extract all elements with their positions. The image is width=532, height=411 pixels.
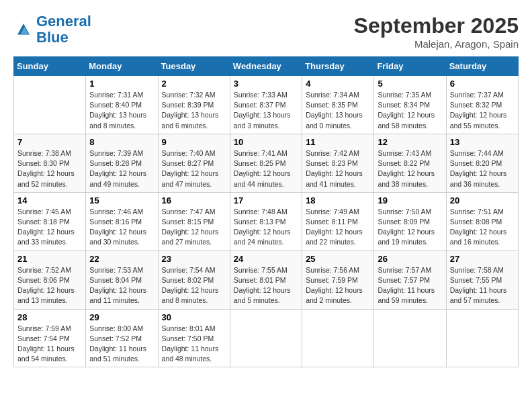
calendar-day-cell: 21Sunrise: 7:52 AMSunset: 8:06 PMDayligh… xyxy=(14,250,86,309)
calendar-week-row: 14Sunrise: 7:45 AMSunset: 8:18 PMDayligh… xyxy=(14,192,519,250)
day-number: 23 xyxy=(162,254,226,264)
calendar-day-cell: 2Sunrise: 7:32 AMSunset: 8:39 PMDaylight… xyxy=(158,76,230,134)
day-info: Sunrise: 7:48 AMSunset: 8:13 PMDaylight:… xyxy=(234,207,298,248)
day-number: 29 xyxy=(89,312,154,322)
day-of-week-header: Monday xyxy=(86,57,158,76)
calendar-day-cell: 1Sunrise: 7:31 AMSunset: 8:40 PMDaylight… xyxy=(86,76,158,134)
calendar-week-row: 7Sunrise: 7:38 AMSunset: 8:30 PMDaylight… xyxy=(14,134,519,192)
calendar-day-cell: 7Sunrise: 7:38 AMSunset: 8:30 PMDaylight… xyxy=(14,134,86,192)
calendar-day-cell: 12Sunrise: 7:43 AMSunset: 8:22 PMDayligh… xyxy=(374,134,446,192)
day-info: Sunrise: 8:01 AMSunset: 7:50 PMDaylight:… xyxy=(162,324,226,365)
calendar-day-cell: 4Sunrise: 7:34 AMSunset: 8:35 PMDaylight… xyxy=(302,76,374,134)
calendar-week-row: 1Sunrise: 7:31 AMSunset: 8:40 PMDaylight… xyxy=(14,76,519,134)
day-info: Sunrise: 7:46 AMSunset: 8:16 PMDaylight:… xyxy=(89,207,154,248)
day-info: Sunrise: 7:32 AMSunset: 8:39 PMDaylight:… xyxy=(162,90,226,131)
logo-text: General Blue xyxy=(36,13,91,46)
day-number: 7 xyxy=(17,137,82,147)
calendar-day-cell: 25Sunrise: 7:56 AMSunset: 7:59 PMDayligh… xyxy=(302,250,374,309)
day-info: Sunrise: 7:35 AMSunset: 8:34 PMDaylight:… xyxy=(378,90,442,131)
calendar-day-cell: 27Sunrise: 7:58 AMSunset: 7:55 PMDayligh… xyxy=(446,250,518,309)
calendar-day-cell xyxy=(302,309,374,367)
day-info: Sunrise: 7:56 AMSunset: 7:59 PMDaylight:… xyxy=(306,265,370,306)
day-info: Sunrise: 7:50 AMSunset: 8:09 PMDaylight:… xyxy=(378,207,442,248)
day-number: 1 xyxy=(89,79,154,89)
day-number: 24 xyxy=(234,254,298,264)
day-of-week-header: Tuesday xyxy=(158,57,230,76)
calendar-day-cell: 26Sunrise: 7:57 AMSunset: 7:57 PMDayligh… xyxy=(374,250,446,309)
day-number: 22 xyxy=(89,254,154,264)
day-number: 12 xyxy=(378,137,442,147)
calendar-day-cell: 10Sunrise: 7:41 AMSunset: 8:25 PMDayligh… xyxy=(230,134,302,192)
day-info: Sunrise: 7:38 AMSunset: 8:30 PMDaylight:… xyxy=(17,148,82,189)
day-number: 28 xyxy=(17,312,82,322)
day-of-week-header: Sunday xyxy=(14,57,86,76)
day-info: Sunrise: 7:43 AMSunset: 8:22 PMDaylight:… xyxy=(378,148,442,189)
calendar-header-row: SundayMondayTuesdayWednesdayThursdayFrid… xyxy=(14,57,519,76)
day-info: Sunrise: 7:41 AMSunset: 8:25 PMDaylight:… xyxy=(234,148,298,189)
day-number: 3 xyxy=(234,79,298,89)
day-number: 8 xyxy=(89,137,154,147)
calendar-day-cell xyxy=(230,309,302,367)
day-info: Sunrise: 7:39 AMSunset: 8:28 PMDaylight:… xyxy=(89,148,154,189)
day-info: Sunrise: 7:45 AMSunset: 8:18 PMDaylight:… xyxy=(17,207,82,248)
day-number: 19 xyxy=(378,195,442,205)
day-number: 13 xyxy=(450,137,515,147)
calendar-day-cell: 8Sunrise: 7:39 AMSunset: 8:28 PMDaylight… xyxy=(86,134,158,192)
calendar-day-cell: 23Sunrise: 7:54 AMSunset: 8:02 PMDayligh… xyxy=(158,250,230,309)
day-info: Sunrise: 7:59 AMSunset: 7:54 PMDaylight:… xyxy=(17,324,82,365)
day-info: Sunrise: 7:51 AMSunset: 8:08 PMDaylight:… xyxy=(450,207,515,248)
day-number: 18 xyxy=(306,195,370,205)
day-of-week-header: Thursday xyxy=(302,57,374,76)
day-info: Sunrise: 7:58 AMSunset: 7:55 PMDaylight:… xyxy=(450,265,515,306)
location-subtitle: Malejan, Aragon, Spain xyxy=(354,38,519,50)
day-info: Sunrise: 7:53 AMSunset: 8:04 PMDaylight:… xyxy=(89,265,154,306)
day-of-week-header: Friday xyxy=(374,57,446,76)
day-number: 21 xyxy=(17,254,82,264)
calendar-day-cell: 6Sunrise: 7:37 AMSunset: 8:32 PMDaylight… xyxy=(446,76,518,134)
calendar-title-block: September 2025 Malejan, Aragon, Spain xyxy=(354,13,519,50)
day-info: Sunrise: 7:44 AMSunset: 8:20 PMDaylight:… xyxy=(450,148,515,189)
calendar-day-cell: 14Sunrise: 7:45 AMSunset: 8:18 PMDayligh… xyxy=(14,192,86,250)
day-info: Sunrise: 7:34 AMSunset: 8:35 PMDaylight:… xyxy=(306,90,370,131)
calendar-day-cell: 15Sunrise: 7:46 AMSunset: 8:16 PMDayligh… xyxy=(86,192,158,250)
day-info: Sunrise: 7:42 AMSunset: 8:23 PMDaylight:… xyxy=(306,148,370,189)
day-number: 26 xyxy=(378,254,442,264)
day-info: Sunrise: 7:31 AMSunset: 8:40 PMDaylight:… xyxy=(89,90,154,131)
logo: General Blue xyxy=(13,13,91,46)
day-number: 5 xyxy=(378,79,442,89)
calendar-day-cell: 18Sunrise: 7:49 AMSunset: 8:11 PMDayligh… xyxy=(302,192,374,250)
month-title: September 2025 xyxy=(354,13,519,38)
calendar-day-cell: 3Sunrise: 7:33 AMSunset: 8:37 PMDaylight… xyxy=(230,76,302,134)
day-number: 2 xyxy=(162,79,226,89)
day-number: 17 xyxy=(234,195,298,205)
calendar-day-cell: 20Sunrise: 7:51 AMSunset: 8:08 PMDayligh… xyxy=(446,192,518,250)
day-info: Sunrise: 8:00 AMSunset: 7:52 PMDaylight:… xyxy=(89,324,154,365)
day-of-week-header: Saturday xyxy=(446,57,518,76)
calendar-week-row: 28Sunrise: 7:59 AMSunset: 7:54 PMDayligh… xyxy=(14,309,519,367)
day-info: Sunrise: 7:33 AMSunset: 8:37 PMDaylight:… xyxy=(234,90,298,131)
day-info: Sunrise: 7:54 AMSunset: 8:02 PMDaylight:… xyxy=(162,265,226,306)
calendar-day-cell: 22Sunrise: 7:53 AMSunset: 8:04 PMDayligh… xyxy=(86,250,158,309)
day-info: Sunrise: 7:52 AMSunset: 8:06 PMDaylight:… xyxy=(17,265,82,306)
day-info: Sunrise: 7:49 AMSunset: 8:11 PMDaylight:… xyxy=(306,207,370,248)
day-of-week-header: Wednesday xyxy=(230,57,302,76)
day-number: 27 xyxy=(450,254,515,264)
day-info: Sunrise: 7:55 AMSunset: 8:01 PMDaylight:… xyxy=(234,265,298,306)
calendar-day-cell: 5Sunrise: 7:35 AMSunset: 8:34 PMDaylight… xyxy=(374,76,446,134)
day-info: Sunrise: 7:57 AMSunset: 7:57 PMDaylight:… xyxy=(378,265,442,306)
calendar-day-cell: 9Sunrise: 7:40 AMSunset: 8:27 PMDaylight… xyxy=(158,134,230,192)
day-number: 16 xyxy=(162,195,226,205)
calendar-day-cell: 24Sunrise: 7:55 AMSunset: 8:01 PMDayligh… xyxy=(230,250,302,309)
day-number: 9 xyxy=(162,137,226,147)
day-number: 10 xyxy=(234,137,298,147)
calendar-day-cell: 11Sunrise: 7:42 AMSunset: 8:23 PMDayligh… xyxy=(302,134,374,192)
day-number: 15 xyxy=(89,195,154,205)
calendar-day-cell xyxy=(14,76,86,134)
day-info: Sunrise: 7:37 AMSunset: 8:32 PMDaylight:… xyxy=(450,90,515,131)
calendar-week-row: 21Sunrise: 7:52 AMSunset: 8:06 PMDayligh… xyxy=(14,250,519,309)
calendar-table: SundayMondayTuesdayWednesdayThursdayFrid… xyxy=(13,56,519,367)
day-number: 25 xyxy=(306,254,370,264)
day-number: 11 xyxy=(306,137,370,147)
page-header: General Blue September 2025 Malejan, Ara… xyxy=(13,13,519,50)
calendar-day-cell: 16Sunrise: 7:47 AMSunset: 8:15 PMDayligh… xyxy=(158,192,230,250)
